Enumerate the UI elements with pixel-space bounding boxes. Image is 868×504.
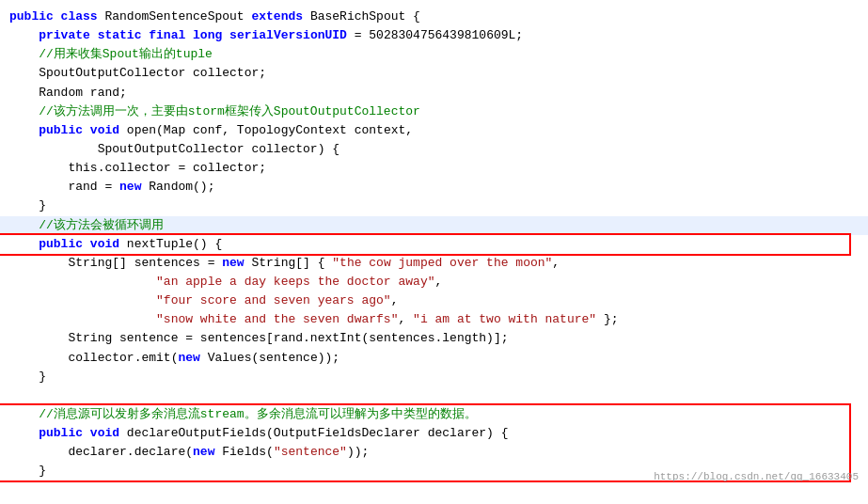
code-line-14: String[] sentences = new String[] { "the…	[0, 254, 868, 273]
code-line-21	[0, 386, 868, 405]
code-line-20: }	[0, 368, 868, 386]
code-line-4: SpoutOutputCollector collector;	[0, 64, 868, 83]
code-line-13: public void nextTuple() {	[0, 235, 868, 254]
code-line-10: rand = new Random();	[0, 178, 868, 197]
code-line-6: //该方法调用一次，主要由storm框架传入SpoutOutputCollect…	[0, 102, 868, 121]
code-line-7: public void open(Map conf, TopologyConte…	[0, 121, 868, 140]
code-line-12: //该方法会被循环调用	[0, 216, 868, 235]
code-line-16: "four score and seven years ago",	[0, 291, 868, 310]
code-line-5: Random rand;	[0, 84, 868, 102]
code-line-18: String sentence = sentences[rand.nextInt…	[0, 329, 868, 348]
code-line-11: }	[0, 197, 868, 215]
code-line-24: declarer.declare(new Fields("sentence"))…	[0, 443, 868, 462]
code-line-22: //消息源可以发射多余消息流stream。多余消息流可以理解为多中类型的数据。	[0, 405, 868, 424]
code-container: public class RandomSentenceSpout extends…	[0, 0, 868, 488]
code-line-8: SpoutOutputCollector collector) {	[0, 140, 868, 159]
code-line-23: public void declareOutputFields(OutputFi…	[0, 424, 868, 443]
code-line-9: this.collector = collector;	[0, 159, 868, 178]
code-line-1: public class RandomSentenceSpout extends…	[0, 8, 868, 26]
footer-watermark: https://blog.csdn.net/qq_16633405	[654, 471, 859, 482]
code-line-15: "an apple a day keeps the doctor away",	[0, 273, 868, 291]
code-line-17: "snow white and the seven dwarfs", "i am…	[0, 310, 868, 329]
code-line-3: //用来收集Spout输出的tuple	[0, 45, 868, 64]
code-line-19: collector.emit(new Values(sentence));	[0, 349, 868, 368]
code-block: public class RandomSentenceSpout extends…	[0, 0, 868, 488]
code-line-2: private static final long serialVersionU…	[0, 26, 868, 45]
